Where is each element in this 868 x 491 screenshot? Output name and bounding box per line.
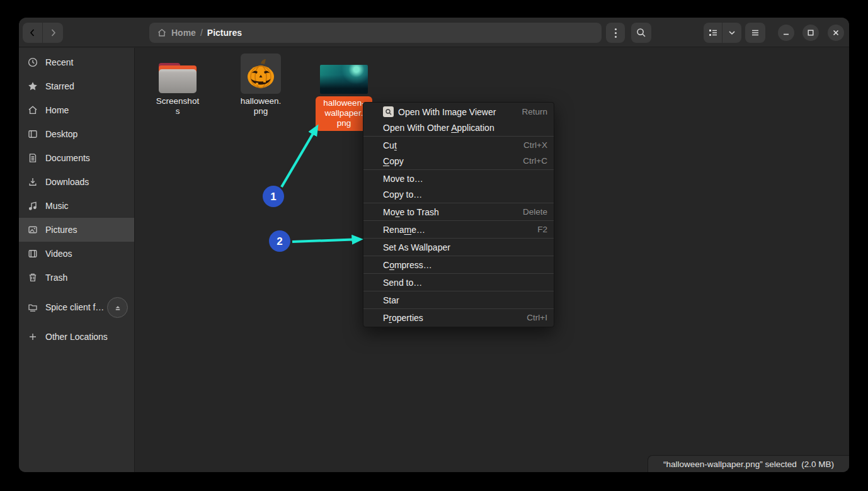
selection-status: “halloween-wallpaper.png” selected (2.0 … xyxy=(663,460,834,469)
hamburger-icon xyxy=(750,27,761,38)
menu-separator xyxy=(363,291,554,291)
menu-separator xyxy=(363,256,554,256)
search-icon xyxy=(636,27,647,38)
forward-button[interactable] xyxy=(43,23,63,43)
chevron-left-icon xyxy=(27,27,38,38)
menu-item-copy-to[interactable]: Copy to… xyxy=(363,186,554,202)
menu-item-cut[interactable]: Cut Ctrl+X xyxy=(363,137,554,153)
menu-separator xyxy=(363,238,554,239)
sidebar-item-videos[interactable]: Videos xyxy=(19,242,134,266)
sidebar: Recent Starred Home Desktop Documents Do… xyxy=(19,48,135,472)
file-label: halloween.png xyxy=(232,96,289,116)
sidebar-item-home[interactable]: Home xyxy=(19,98,134,122)
header-bar: Home / Pictures xyxy=(19,18,849,47)
menu-separator xyxy=(363,136,554,137)
menu-separator xyxy=(363,308,554,309)
folder-icon xyxy=(158,62,197,94)
list-view-icon xyxy=(707,27,719,38)
context-menu: Open With Image Viewer Return Open With … xyxy=(363,102,554,327)
pumpkin-icon xyxy=(244,57,277,90)
chevron-right-icon xyxy=(47,27,59,38)
view-options-button[interactable] xyxy=(722,23,741,43)
menu-item-set-as-wallpaper[interactable]: Set As Wallpaper xyxy=(363,239,554,255)
menu-separator xyxy=(363,169,554,170)
menu-item-compress[interactable]: Compress… xyxy=(363,257,554,273)
sidebar-item-documents[interactable]: Documents xyxy=(19,146,134,170)
menu-separator xyxy=(363,220,554,221)
home-icon xyxy=(27,104,38,116)
sidebar-item-downloads[interactable]: Downloads xyxy=(19,170,134,194)
menu-item-send-to[interactable]: Send to… xyxy=(363,274,554,290)
download-icon xyxy=(27,176,38,188)
maximize-button[interactable] xyxy=(802,25,819,41)
sidebar-spacer xyxy=(19,319,134,325)
eject-button[interactable] xyxy=(107,297,128,318)
menu-separator xyxy=(363,273,554,274)
menu-item-rename[interactable]: Rename… F2 xyxy=(363,222,554,237)
file-item-screenshots[interactable]: Screenshots xyxy=(149,54,206,116)
image-thumbnail xyxy=(320,65,368,94)
path-options-button[interactable] xyxy=(606,23,625,43)
file-item-halloween-png[interactable]: halloween.png xyxy=(232,54,289,116)
picture-icon xyxy=(27,224,38,235)
menu-item-properties[interactable]: Properties Ctrl+I xyxy=(363,310,554,325)
sidebar-item-desktop[interactable]: Desktop xyxy=(19,122,134,146)
menu-item-star[interactable]: Star xyxy=(363,292,554,308)
sidebar-item-starred[interactable]: Starred xyxy=(19,74,134,98)
view-toggle xyxy=(704,23,741,43)
maximize-icon xyxy=(806,28,815,37)
shared-folder-icon xyxy=(27,302,38,313)
minimize-button[interactable] xyxy=(778,25,794,41)
star-icon xyxy=(27,81,38,92)
menu-item-move-to-trash[interactable]: Move to Trash Delete xyxy=(363,204,554,220)
file-label: Screenshots xyxy=(149,96,206,116)
chevron-down-icon xyxy=(727,28,737,38)
breadcrumb-current[interactable]: Pictures xyxy=(207,28,242,38)
file-manager-window: Home / Pictures xyxy=(19,18,849,472)
sidebar-spacer xyxy=(19,290,134,295)
back-button[interactable] xyxy=(23,23,43,43)
home-icon xyxy=(157,28,167,38)
sidebar-item-spice-drive[interactable]: Spice client f… xyxy=(19,295,134,319)
image-thumbnail xyxy=(241,54,281,94)
sidebar-item-other-locations[interactable]: Other Locations xyxy=(19,325,134,349)
clock-icon xyxy=(27,57,38,68)
sidebar-item-trash[interactable]: Trash xyxy=(19,266,134,290)
app-menu-button[interactable] xyxy=(745,23,765,43)
close-icon xyxy=(831,28,840,37)
minimize-icon xyxy=(782,28,791,37)
trash-icon xyxy=(27,272,38,283)
sidebar-item-pictures[interactable]: Pictures xyxy=(19,218,134,242)
close-button[interactable] xyxy=(828,25,844,41)
music-note-icon xyxy=(27,200,38,212)
menu-item-open-with-image-viewer[interactable]: Open With Image Viewer Return xyxy=(363,104,554,120)
menu-item-open-with-other-application[interactable]: Open With Other Application xyxy=(363,120,554,135)
desktop-icon xyxy=(27,128,38,140)
breadcrumb-home[interactable]: Home xyxy=(171,28,196,38)
menu-separator xyxy=(363,203,554,203)
nav-buttons xyxy=(23,23,63,43)
breadcrumb: Home / Pictures xyxy=(149,23,602,43)
document-icon xyxy=(27,152,38,164)
sidebar-item-music[interactable]: Music xyxy=(19,194,134,218)
eject-icon xyxy=(113,303,122,312)
plus-icon xyxy=(27,331,38,342)
menu-item-move-to[interactable]: Move to… xyxy=(363,171,554,186)
status-bar: “halloween-wallpaper.png” selected (2.0 … xyxy=(648,455,849,472)
video-icon xyxy=(27,248,38,259)
sidebar-item-recent[interactable]: Recent xyxy=(19,50,134,74)
breadcrumb-separator: / xyxy=(200,28,203,38)
search-button[interactable] xyxy=(631,23,651,43)
list-view-button[interactable] xyxy=(704,23,722,43)
menu-item-copy[interactable]: Copy Ctrl+C xyxy=(363,153,554,169)
image-viewer-icon xyxy=(383,106,394,117)
kebab-icon xyxy=(615,28,617,30)
